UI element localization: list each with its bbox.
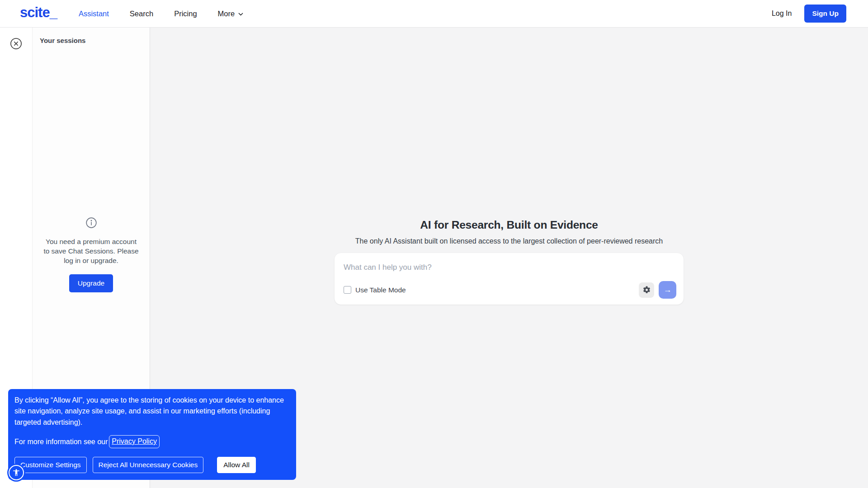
allow-all-button[interactable]: Allow All (217, 457, 256, 473)
header-actions: Log In Sign Up (772, 5, 846, 23)
table-mode-toggle[interactable]: Use Table Mode (344, 286, 406, 294)
page-subtitle: The only AI Assistant built on licensed … (355, 237, 663, 245)
nav-assistant-label: Assistant (79, 9, 109, 18)
sessions-panel-title: Your sessions (33, 28, 150, 48)
prompt-actions: → (639, 281, 676, 299)
prompt-toolbar: Use Table Mode → (344, 281, 676, 299)
accessibility-icon (9, 465, 24, 480)
close-circle-icon (10, 38, 22, 50)
cookie-message: By clicking “Allow All”, you agree to th… (14, 395, 289, 428)
privacy-policy-link[interactable]: Privacy Policy (109, 435, 160, 448)
top-navbar: scite_ Assistant Search Pricing More Log… (0, 0, 868, 28)
info-icon (85, 217, 97, 230)
cookie-more-info: For more information see our Privacy Pol… (14, 435, 289, 448)
chevron-down-icon (238, 11, 244, 17)
cookie-more-prefix: For more information see our (14, 436, 108, 447)
login-link[interactable]: Log In (772, 9, 792, 18)
nav-more[interactable]: More (218, 9, 244, 18)
nav-pricing-label: Pricing (174, 9, 197, 18)
gear-icon (642, 286, 651, 294)
cookie-buttons: Customize Settings Reject All Unnecessar… (14, 457, 289, 473)
scite-logo[interactable]: scite_ (20, 5, 57, 22)
main-nav: Assistant Search Pricing More (79, 9, 244, 18)
nav-assistant[interactable]: Assistant (79, 9, 109, 18)
nav-more-label: More (218, 9, 235, 18)
nav-search-label: Search (130, 9, 153, 18)
page-title: AI for Research, Built on Evidence (420, 219, 598, 231)
premium-notice-text: You need a premium account to save Chat … (42, 237, 141, 265)
reject-cookies-button[interactable]: Reject All Unnecessary Cookies (93, 457, 204, 473)
prompt-card: Use Table Mode → (335, 253, 684, 305)
hero-section: AI for Research, Built on Evidence The o… (335, 219, 684, 305)
upgrade-button[interactable]: Upgrade (69, 274, 113, 292)
cookie-consent-banner: By clicking “Allow All”, you agree to th… (8, 389, 296, 480)
nav-search[interactable]: Search (130, 9, 153, 18)
send-button[interactable]: → (659, 281, 676, 299)
nav-pricing[interactable]: Pricing (174, 9, 197, 18)
table-mode-label: Use Table Mode (355, 286, 406, 294)
accessibility-widget-button[interactable] (7, 464, 25, 482)
prompt-input[interactable] (344, 261, 676, 273)
settings-button[interactable] (639, 282, 654, 298)
arrow-right-icon: → (664, 285, 672, 295)
signup-button[interactable]: Sign Up (804, 5, 846, 23)
table-mode-checkbox[interactable] (344, 286, 351, 294)
customize-settings-button[interactable]: Customize Settings (14, 457, 87, 473)
close-sidebar-button[interactable] (10, 38, 22, 50)
